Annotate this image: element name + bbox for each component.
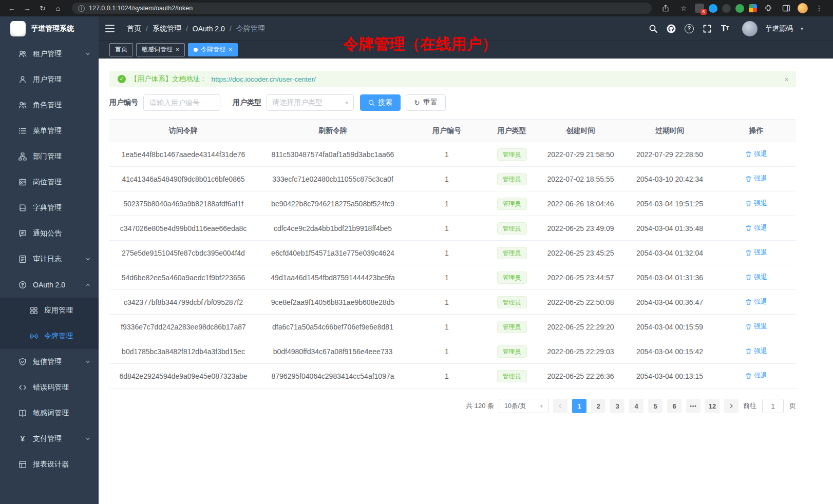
sidebar-item-menu[interactable]: 菜单管理 xyxy=(0,118,99,144)
force-logout-button[interactable]: 强退 xyxy=(745,346,767,356)
breadcrumb-oauth2[interactable]: OAuth 2.0 xyxy=(193,25,225,33)
access-token-cell: 41c41346a548490f9dc8b01c6bfe0865 xyxy=(109,167,257,191)
table-row: 41c41346a548490f9dc8b01c6bfe0865 333ecfc… xyxy=(109,167,796,191)
col-user-type: 用户类型 xyxy=(485,120,538,142)
breadcrumb-system[interactable]: 系统管理 xyxy=(153,24,181,33)
sidebar-item-audit-log[interactable]: 审计日志 xyxy=(0,246,99,272)
url-bar[interactable]: i 127.0.0.1:1024/system/oauth2/token xyxy=(72,3,652,14)
back-icon[interactable]: ← xyxy=(5,2,18,14)
sidebar-item-label: 字典管理 xyxy=(33,203,62,212)
page-size-select[interactable]: 10条/页 ▾ xyxy=(499,399,548,413)
page-content: ✓ 【用户体系】文档地址： https://doc.iocoder.cn/use… xyxy=(99,59,833,504)
sidebar-item-pay[interactable]: ¥ 支付管理 xyxy=(0,426,99,452)
shield-icon xyxy=(18,358,27,366)
message-icon xyxy=(18,229,27,238)
browser-profile-avatar[interactable] xyxy=(798,3,808,13)
pagination-page-2[interactable]: 2 xyxy=(591,399,605,413)
pagination-next-button[interactable] xyxy=(724,399,739,413)
extension-blue-icon[interactable] xyxy=(709,4,717,13)
user-id-cell: 1 xyxy=(408,241,485,265)
github-icon[interactable] xyxy=(666,24,676,34)
sidebar-item-sms[interactable]: 短信管理 xyxy=(0,349,99,375)
hamburger-icon[interactable] xyxy=(105,25,117,32)
sidebar-item-user[interactable]: 用户管理 xyxy=(0,67,99,92)
force-logout-button[interactable]: 强退 xyxy=(745,322,767,331)
col-actions: 操作 xyxy=(716,120,796,142)
pagination-page-6[interactable]: 6 xyxy=(667,399,681,413)
table-row: 54d6be82ee5a460a9aedc1f9bf223656 49d1aa4… xyxy=(109,265,796,290)
search-button[interactable]: 搜索 xyxy=(360,94,401,111)
app-logo[interactable]: 芋道管理系统 xyxy=(0,16,99,41)
extension-colorful-icon[interactable] xyxy=(749,4,757,12)
force-logout-button[interactable]: 强退 xyxy=(745,273,767,282)
goto-page-input[interactable] xyxy=(762,399,784,413)
extension-grid-icon[interactable]: 6 xyxy=(695,4,704,13)
pagination-more-button[interactable]: ••• xyxy=(686,399,701,413)
sidebar-item-token-manage[interactable]: 令牌管理 xyxy=(0,323,99,349)
user-type-label: 用户类型 xyxy=(233,98,261,107)
pagination-page-12[interactable]: 12 xyxy=(705,399,720,413)
user-id-cell: 1 xyxy=(408,167,485,191)
expire-time-cell: 2054-03-04 00:15:42 xyxy=(623,339,716,364)
oauth-submenu: 应用管理 令牌管理 xyxy=(0,298,99,349)
font-size-icon[interactable]: TT xyxy=(720,24,730,34)
force-logout-button[interactable]: 强退 xyxy=(745,297,767,306)
force-logout-button[interactable]: 强退 xyxy=(745,199,767,208)
close-icon[interactable]: × xyxy=(176,47,179,53)
col-access-token: 访问令牌 xyxy=(109,120,257,142)
sidebar-item-post[interactable]: 岗位管理 xyxy=(0,169,99,195)
extensions-puzzle-icon[interactable] xyxy=(762,2,775,14)
home-icon[interactable]: ⌂ xyxy=(51,2,65,14)
sidebar-item-app-manage[interactable]: 应用管理 xyxy=(0,298,99,323)
share-icon[interactable] xyxy=(659,2,672,14)
sidebar-item-report-designer[interactable]: 报表设计器 xyxy=(0,452,99,477)
pagination-page-1[interactable]: 1 xyxy=(572,399,586,413)
sidebar-item-oauth2[interactable]: OAuth 2.0 xyxy=(0,272,99,298)
site-info-icon[interactable]: i xyxy=(78,5,85,12)
alert-close-icon[interactable]: × xyxy=(784,75,789,84)
pagination-page-4[interactable]: 4 xyxy=(629,399,643,413)
tab-token-manage[interactable]: 令牌管理 × xyxy=(188,43,238,56)
pagination-prev-button[interactable] xyxy=(553,399,567,413)
user-avatar[interactable] xyxy=(742,21,758,36)
extension-green-icon[interactable] xyxy=(735,4,744,13)
chevron-down-icon[interactable]: ▾ xyxy=(801,26,803,31)
close-icon[interactable]: × xyxy=(229,47,232,53)
user-id-input[interactable] xyxy=(143,94,220,111)
forward-icon[interactable]: → xyxy=(21,2,34,14)
tab-sensitive-word[interactable]: 敏感词管理 × xyxy=(136,43,185,56)
bookmark-star-icon[interactable]: ☆ xyxy=(677,2,690,14)
help-icon[interactable]: ? xyxy=(684,24,694,34)
force-logout-button[interactable]: 强退 xyxy=(745,174,767,183)
refresh-token-cell: 333ecfc71e02480cb11055c875c3ca0f xyxy=(257,167,408,191)
force-logout-button[interactable]: 强退 xyxy=(745,223,767,232)
pagination-page-3[interactable]: 3 xyxy=(610,399,624,413)
force-logout-button[interactable]: 强退 xyxy=(745,248,767,257)
reload-icon[interactable]: ↻ xyxy=(36,2,49,14)
expire-time-cell: 2054-03-04 00:13:15 xyxy=(623,364,716,389)
side-panel-icon[interactable] xyxy=(780,2,793,14)
force-logout-button[interactable]: 强退 xyxy=(745,149,767,159)
sidebar-item-sensitive-word[interactable]: 敏感词管理 xyxy=(0,400,99,426)
pagination-page-5[interactable]: 5 xyxy=(648,399,662,413)
fullscreen-icon[interactable] xyxy=(702,24,712,34)
breadcrumb-home[interactable]: 首页 xyxy=(127,24,141,33)
sidebar-item-label: 错误码管理 xyxy=(33,383,69,392)
user-id-cell: 1 xyxy=(408,339,485,364)
tab-home[interactable]: 首页 xyxy=(109,43,133,56)
sidebar-item-tenant[interactable]: 租户管理 xyxy=(0,41,99,67)
force-logout-button[interactable]: 强退 xyxy=(745,371,767,380)
user-name[interactable]: 芋道源码 xyxy=(765,24,793,33)
sidebar-item-error-code[interactable]: 错误码管理 xyxy=(0,375,99,400)
search-icon[interactable] xyxy=(648,24,658,34)
sidebar-item-notice[interactable]: 通知公告 xyxy=(0,221,99,246)
user-type-select[interactable]: 请选择用户类型 ▾ xyxy=(267,94,354,111)
breadcrumb-separator: / xyxy=(230,25,232,33)
doc-link[interactable]: https://doc.iocoder.cn/user-center/ xyxy=(212,75,316,83)
sidebar-item-role[interactable]: 角色管理 xyxy=(0,92,99,118)
extension-dark-icon[interactable] xyxy=(722,4,731,13)
sidebar-item-dict[interactable]: 字典管理 xyxy=(0,195,99,221)
sidebar-item-dept[interactable]: 部门管理 xyxy=(0,144,99,169)
browser-menu-icon[interactable]: ⋮ xyxy=(812,2,826,14)
reset-button[interactable]: ↻ 重置 xyxy=(406,94,446,111)
